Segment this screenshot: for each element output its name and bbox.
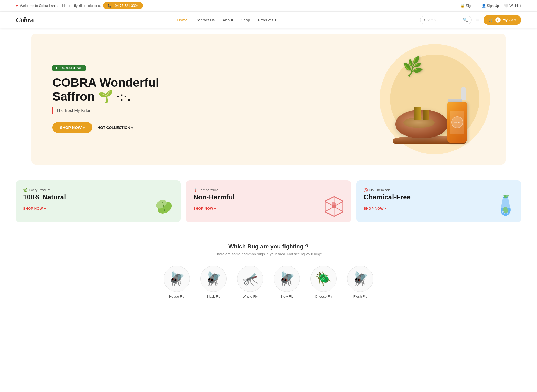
nav-shop[interactable]: Shop xyxy=(241,18,250,22)
hero-section: 100% NATURAL COBRA WonderfulSaffron 🌱 ·:… xyxy=(31,34,506,165)
hero-subtitle: The Best Fly Killer xyxy=(52,107,159,114)
top-bar-right: 🔒 Sign In 👤 Sign Up 🤍 Wishlist xyxy=(460,4,521,8)
products-label: Products xyxy=(258,18,273,22)
bug-label-blowfly: Blow Fly xyxy=(280,295,293,298)
cart-count: 0 xyxy=(495,17,501,23)
lock-icon: 🔒 xyxy=(460,4,465,8)
hero-title: COBRA WonderfulSaffron 🌱 ·:·. xyxy=(52,76,159,104)
feature-nonharmful-tag: 🌡️ Temperature xyxy=(193,188,343,192)
hero-content: 100% NATURAL COBRA WonderfulSaffron 🌱 ·:… xyxy=(52,65,159,133)
bug-item-cheesefly[interactable]: 🪲 Cheese Fly xyxy=(310,266,337,298)
leaf-illustration xyxy=(152,195,175,218)
leaf-tag-icon: 🌿 xyxy=(23,188,27,192)
hex-illustration xyxy=(322,195,346,218)
user-icon: 👤 xyxy=(482,4,486,8)
bug-icon-fleshfly: 🪰 xyxy=(347,266,373,292)
bug-icon-blowfly: 🪰 xyxy=(274,266,300,292)
search-icon: 🔍 xyxy=(463,18,468,22)
nav-home[interactable]: Home xyxy=(177,18,187,22)
bug-icon-cheesefly: 🪲 xyxy=(310,266,337,292)
bug-label-cheesefly: Cheese Fly xyxy=(315,295,332,298)
welcome-text: Welcome to Cobra Lanka – Natural fly kil… xyxy=(20,4,101,8)
heart-icon: 🤍 xyxy=(504,4,508,8)
feature-nonharmful-title: Non-Harmful xyxy=(193,193,343,201)
bug-section: Which Bug are you fighting ? There are s… xyxy=(0,233,537,309)
hero-buttons: SHOP NOW + HOT COLLECTION + xyxy=(52,122,159,133)
bug-item-blowfly[interactable]: 🪰 Blow Fly xyxy=(274,266,300,298)
natural-badge: 100% NATURAL xyxy=(52,65,86,71)
header: Cobra Home Contact Us About Shop Product… xyxy=(0,12,537,28)
phone-icon: 📞 xyxy=(107,4,111,8)
feature-chemfree-shop[interactable]: SHOP NOW + xyxy=(364,206,514,210)
top-bar-left: ♥ Welcome to Cobra Lanka – Natural fly k… xyxy=(16,2,143,9)
bug-item-housefly[interactable]: 🪰 House Fly xyxy=(164,266,190,298)
hero-wrapper: 100% NATURAL COBRA WonderfulSaffron 🌱 ·:… xyxy=(0,28,537,170)
hot-collection-button[interactable]: HOT COLLECTION + xyxy=(98,126,133,130)
chevron-down-icon: ▾ xyxy=(275,18,277,22)
feature-chemfree-tag: 🚫 No Chemicals xyxy=(364,188,514,192)
feature-chemfree: 🚫 No Chemicals Chemical-Free SHOP NOW + xyxy=(356,180,521,222)
svg-point-16 xyxy=(504,213,505,214)
bug-icon-whytefly: 🦟 xyxy=(237,266,263,292)
bug-item-whytefly[interactable]: 🦟 Whyte Fly xyxy=(237,266,263,298)
top-bar: ♥ Welcome to Cobra Lanka – Natural fly k… xyxy=(0,0,537,12)
bug-label-whytefly: Whyte Fly xyxy=(243,295,258,298)
svg-point-14 xyxy=(502,211,504,213)
svg-point-15 xyxy=(507,213,508,214)
signup-link[interactable]: 👤 Sign Up xyxy=(482,4,499,8)
nav-contact[interactable]: Contact Us xyxy=(195,18,215,22)
cart-icon: 🛒 xyxy=(489,18,493,22)
bug-section-subtitle: There are some common bugs in your area.… xyxy=(16,252,521,256)
feature-nonharmful: 🌡️ Temperature Non-Harmful SHOP NOW + xyxy=(186,180,351,222)
nav-about[interactable]: About xyxy=(223,18,233,22)
cart-label: My Cart xyxy=(503,18,516,22)
flask-illustration xyxy=(495,195,516,218)
feature-natural-title: 100% Natural xyxy=(23,193,173,201)
bug-label-blackfly: Black Fly xyxy=(207,295,221,298)
logo[interactable]: Cobra xyxy=(16,16,34,24)
nochemical-tag-icon: 🚫 xyxy=(364,188,368,192)
bug-item-blackfly[interactable]: 🪰 Black Fly xyxy=(200,266,227,298)
hero-product-image: 🌿 Cobra xyxy=(374,49,485,149)
bug-item-fleshfly[interactable]: 🪰 Flesh Fly xyxy=(347,266,373,298)
bug-label-fleshfly: Flesh Fly xyxy=(353,295,367,298)
feature-natural-shop[interactable]: SHOP NOW + xyxy=(23,206,173,210)
phone-number: +94 77 521 3004 xyxy=(113,4,139,8)
phone-button[interactable]: 📞 +94 77 521 3004 xyxy=(103,2,143,9)
main-nav: Home Contact Us About Shop Products ▾ xyxy=(177,18,277,22)
bug-icon-blackfly: 🪰 xyxy=(200,266,227,292)
features-section: 🌿 Every Product 100% Natural SHOP NOW + … xyxy=(0,170,537,233)
bug-icon-housefly: 🪰 xyxy=(164,266,190,292)
wishlist-link[interactable]: 🤍 Wishlist xyxy=(504,4,521,8)
temp-tag-icon: 🌡️ xyxy=(193,188,197,192)
feature-natural: 🌿 Every Product 100% Natural SHOP NOW + xyxy=(16,180,181,222)
logo-text: Cobra xyxy=(16,16,34,24)
header-right: 🔍 ≡ 🛒 0 My Cart xyxy=(420,15,521,25)
search-box[interactable]: 🔍 xyxy=(420,16,472,24)
bug-label-housefly: House Fly xyxy=(169,295,185,298)
feature-nonharmful-shop[interactable]: SHOP NOW + xyxy=(193,206,343,210)
nav-products[interactable]: Products ▾ xyxy=(258,18,277,22)
menu-icon[interactable]: ≡ xyxy=(476,17,479,23)
feature-chemfree-title: Chemical-Free xyxy=(364,193,514,201)
signin-link[interactable]: 🔒 Sign In xyxy=(460,4,476,8)
cart-button[interactable]: 🛒 0 My Cart xyxy=(484,15,521,25)
search-input[interactable] xyxy=(424,18,461,22)
shop-now-button[interactable]: SHOP NOW + xyxy=(52,122,92,133)
bug-section-title: Which Bug are you fighting ? xyxy=(16,243,521,250)
bug-grid: 🪰 House Fly 🪰 Black Fly 🦟 Whyte Fly 🪰 Bl… xyxy=(16,266,521,298)
heart-icon: ♥ xyxy=(16,4,18,8)
feature-natural-tag: 🌿 Every Product xyxy=(23,188,173,192)
